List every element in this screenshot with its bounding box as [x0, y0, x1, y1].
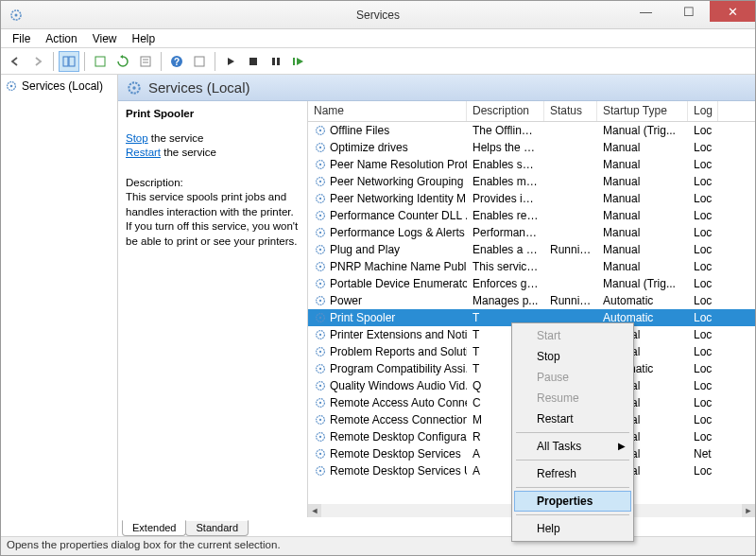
cell-name: Optimize drives [308, 141, 467, 154]
svg-rect-14 [293, 58, 295, 65]
action-button[interactable] [189, 51, 210, 72]
scroll-right-arrow[interactable]: ► [742, 504, 755, 517]
ctx-all-tasks[interactable]: All Tasks▶ [514, 436, 631, 457]
tab-standard[interactable]: Standard [185, 520, 249, 536]
maximize-button[interactable]: ☐ [667, 1, 710, 22]
gear-icon [314, 277, 327, 290]
cell-name: Peer Name Resolution Prot... [308, 158, 467, 171]
gear-icon [314, 430, 327, 443]
list-header: Name Description Status Startup Type Log [308, 101, 755, 122]
forward-button[interactable] [27, 51, 48, 72]
menu-view[interactable]: View [85, 30, 125, 47]
cell-description: Provides ide... [467, 192, 544, 205]
tree-item-services-local[interactable]: Services (Local) [3, 78, 115, 94]
col-status[interactable]: Status [544, 101, 597, 121]
pause-service-button[interactable] [266, 51, 286, 72]
col-name[interactable]: Name [308, 101, 467, 121]
restart-service-button[interactable] [288, 51, 309, 72]
svg-point-54 [319, 419, 321, 421]
cell-logon: Loc [688, 209, 718, 222]
ctx-stop[interactable]: Stop [514, 346, 631, 367]
table-row[interactable]: Peer Networking GroupingEnables mul...Ma… [308, 173, 755, 190]
cell-status: Running [544, 243, 597, 256]
stop-service-button[interactable] [243, 51, 264, 72]
export-list-button[interactable] [90, 51, 111, 72]
table-row[interactable]: Offline FilesThe Offline ...Manual (Trig… [308, 122, 755, 139]
cell-logon: Loc [688, 396, 718, 409]
table-row[interactable]: PNRP Machine Name Publi...This service .… [308, 258, 755, 275]
cell-description: The Offline ... [467, 124, 544, 137]
show-hide-tree-button[interactable] [59, 51, 79, 72]
table-row[interactable]: Optimize drivesHelps the c...ManualLoc [308, 139, 755, 156]
menu-help[interactable]: Help [125, 30, 163, 47]
tab-extended[interactable]: Extended [122, 520, 186, 536]
cell-name: Problem Reports and Soluti... [308, 345, 467, 358]
svg-point-26 [319, 181, 321, 182]
cell-name: Portable Device Enumerator... [308, 277, 467, 290]
separator [516, 460, 629, 460]
table-row[interactable]: Peer Name Resolution Prot...Enables serv… [308, 156, 755, 173]
cell-logon: Loc [688, 141, 718, 154]
cell-logon: Loc [688, 124, 718, 137]
cell-logon: Loc [688, 260, 718, 273]
cell-name: Remote Desktop Services [308, 447, 467, 460]
cell-name: Print Spooler [308, 311, 467, 324]
svg-point-56 [319, 436, 321, 438]
svg-text:?: ? [174, 57, 180, 67]
gear-icon [314, 141, 327, 154]
ctx-properties[interactable]: Properties [514, 491, 631, 512]
table-row[interactable]: Peer Networking Identity M...Provides id… [308, 190, 755, 207]
scroll-left-arrow[interactable]: ◄ [308, 504, 321, 517]
properties-button[interactable] [135, 51, 156, 72]
separator [215, 52, 215, 71]
gear-icon [314, 209, 327, 222]
cell-startup: Manual [597, 226, 688, 239]
svg-rect-3 [69, 57, 75, 66]
table-row[interactable]: Performance Counter DLL ...Enables rem..… [308, 207, 755, 224]
table-row[interactable]: Performance Logs & AlertsPerformanc...Ma… [308, 224, 755, 241]
svg-rect-4 [95, 57, 105, 66]
back-button[interactable] [5, 51, 26, 72]
ctx-restart[interactable]: Restart [514, 408, 631, 429]
table-row[interactable]: PowerManages p...RunningAutomaticLoc [308, 292, 755, 309]
ctx-help[interactable]: Help [514, 518, 631, 539]
cell-logon: Loc [688, 328, 718, 341]
col-description[interactable]: Description [467, 101, 544, 121]
svg-rect-13 [277, 58, 280, 65]
main-area: Services (Local) Services (Local) Print … [1, 75, 755, 536]
menu-file[interactable]: File [5, 30, 38, 47]
help-button[interactable]: ? [166, 51, 187, 72]
svg-point-22 [319, 147, 321, 148]
svg-point-18 [132, 86, 135, 89]
cell-description: Helps the c... [467, 141, 544, 154]
cell-name: Quality Windows Audio Vid... [308, 379, 467, 392]
cell-logon: Loc [688, 430, 718, 443]
cell-name: Offline Files [308, 124, 467, 137]
cell-logon: Loc [688, 311, 718, 324]
col-logon[interactable]: Log [688, 101, 718, 121]
refresh-button[interactable] [112, 51, 133, 72]
ctx-all-tasks-label: All Tasks [537, 440, 581, 453]
restart-link[interactable]: Restart [126, 147, 161, 158]
table-row[interactable]: Plug and PlayEnables a c...RunningManual… [308, 241, 755, 258]
cell-startup: Manual [597, 243, 688, 256]
minimize-button[interactable]: — [625, 1, 667, 22]
gear-icon [314, 413, 327, 426]
menu-action[interactable]: Action [38, 30, 84, 47]
close-button[interactable]: ✕ [710, 1, 755, 22]
col-startup-type[interactable]: Startup Type [597, 101, 688, 121]
cell-logon: Loc [688, 175, 718, 188]
gear-icon [314, 243, 327, 256]
cell-startup: Manual [597, 158, 688, 171]
ctx-refresh[interactable]: Refresh [514, 463, 631, 484]
description-label: Description: [126, 176, 300, 191]
gear-icon [126, 79, 143, 96]
cell-status: Running [544, 294, 597, 307]
stop-link[interactable]: Stop [126, 132, 148, 144]
tree-pane: Services (Local) [1, 75, 118, 536]
table-row[interactable]: Portable Device Enumerator...Enforces gr… [308, 275, 755, 292]
cell-logon: Net [688, 447, 718, 460]
cell-description: Enables mul... [467, 175, 544, 188]
start-service-button[interactable] [220, 51, 241, 72]
detail-pane: Print Spooler Stop the service Restart t… [118, 101, 307, 517]
